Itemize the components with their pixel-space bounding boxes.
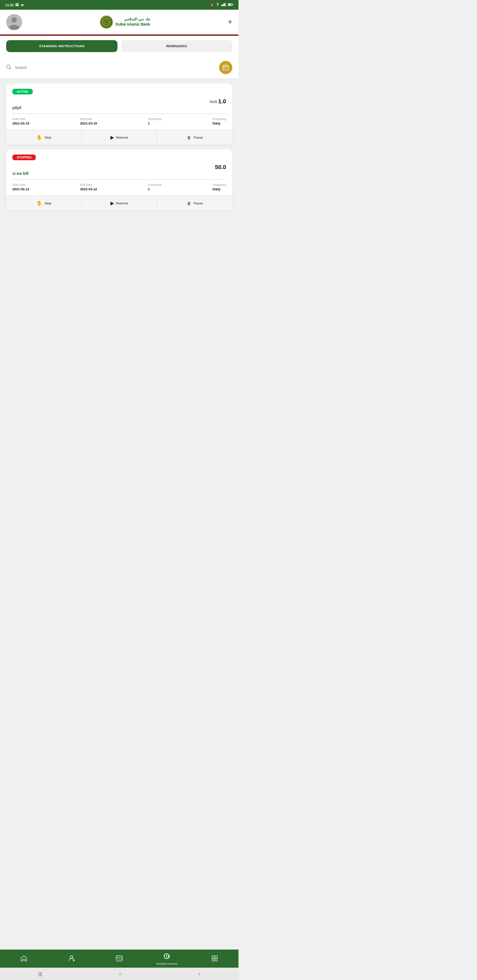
card-title-1: ydyd <box>12 106 226 110</box>
frequency-2: Frequency Daily <box>212 183 226 191</box>
amount-row-1: PKR 1.0 <box>12 98 226 105</box>
signal-icon <box>221 3 227 7</box>
svg-point-9 <box>11 17 17 23</box>
svg-rect-7 <box>228 4 231 5</box>
currency-1: PKR <box>209 100 217 104</box>
standing-instruction-card-1: ACTIVE PKR 1.0 ydyd Start Date 2021-03-1… <box>6 83 232 145</box>
card-meta-1: Start Date 2021-03-15 End Date 2021-03-1… <box>12 117 226 125</box>
card-1-body: ACTIVE PKR 1.0 ydyd Start Date 2021-03-1… <box>6 83 232 130</box>
card-meta-2: Start Date 2021-03-12 End Date 2021-03-1… <box>12 183 226 191</box>
occurrence-1: Occurance 1 <box>148 117 162 125</box>
search-input[interactable] <box>15 65 216 70</box>
pause-button-1[interactable]: ⏸ Pause <box>157 130 232 145</box>
card-actions-1: ✋ Stop ▶ Resume ⏸ Pause <box>6 130 232 145</box>
svg-line-13 <box>10 68 11 70</box>
divider-1 <box>12 113 226 114</box>
time-display: 11:32 <box>5 3 14 7</box>
photo-icon: 🖼 <box>15 3 19 7</box>
avatar <box>6 14 22 30</box>
tabs-container: STANDING INSTRUCTIONS REMINDERS <box>0 36 238 57</box>
stop-icon-1: ✋ <box>36 135 42 140</box>
frequency-1: Frequency Daily <box>212 117 226 125</box>
status-right: 🔇 <box>210 3 233 7</box>
divider-2 <box>12 179 226 180</box>
tab-standing-instructions[interactable]: STANDING INSTRUCTIONS <box>6 40 117 52</box>
resume-button-1[interactable]: ▶ Resume <box>82 130 157 145</box>
avatar-placeholder <box>6 14 22 30</box>
status-badge-stopped: STOPPED <box>12 155 36 160</box>
end-date-2: End Date 2021-03-12 <box>80 183 97 191</box>
stop-button-1[interactable]: ✋ Stop <box>6 130 82 145</box>
pause-button-2[interactable]: ⏸ Pause <box>157 196 232 211</box>
header: بنك دبي الإسلامي Dubai Islamic Bank + <box>0 10 238 36</box>
tab-reminders[interactable]: REMINDERS <box>121 40 232 52</box>
svg-point-12 <box>7 65 10 68</box>
start-date-1: Start Date 2021-03-15 <box>12 117 29 125</box>
add-button[interactable]: + <box>227 18 232 27</box>
stop-icon-2: ✋ <box>36 200 42 206</box>
resume-icon-2: ▶ <box>110 200 114 206</box>
occurrence-2: Occurance 1 <box>148 183 162 191</box>
end-date-1: End Date 2021-03-15 <box>80 117 97 125</box>
amount-row-2: 50.0 <box>12 164 226 170</box>
search-area <box>0 57 238 79</box>
cards-list: ACTIVE PKR 1.0 ydyd Start Date 2021-03-1… <box>0 79 238 215</box>
card-2-body: STOPPED 50.0 si ios bill Start Date 2021… <box>6 149 232 196</box>
bank-globe-icon <box>100 15 113 29</box>
status-left: 11:32 🖼 M <box>5 3 23 7</box>
standing-instruction-card-2: STOPPED 50.0 si ios bill Start Date 2021… <box>6 149 232 211</box>
svg-rect-6 <box>233 4 234 5</box>
search-icon <box>6 64 11 71</box>
battery-icon <box>228 3 233 7</box>
card-title-2: si ios bill <box>12 171 226 176</box>
svg-point-11 <box>102 18 110 26</box>
calendar-button[interactable] <box>219 61 232 74</box>
svg-rect-0 <box>221 5 222 6</box>
cards-area: ACTIVE PKR 1.0 ydyd Start Date 2021-03-1… <box>0 79 238 246</box>
stop-button-2[interactable]: ✋ Stop <box>6 196 82 211</box>
svg-rect-3 <box>225 3 226 7</box>
card-actions-2: ✋ Stop ▶ Resume ⏸ Pause <box>6 196 232 211</box>
amount-value-2: 50.0 <box>215 164 226 170</box>
start-date-2: Start Date 2021-03-12 <box>12 183 29 191</box>
resume-button-2[interactable]: ▶ Resume <box>82 196 157 211</box>
svg-rect-1 <box>223 4 223 7</box>
status-bar: 11:32 🖼 M 🔇 <box>0 0 238 10</box>
bank-logo-area: بنك دبي الإسلامي Dubai Islamic Bank <box>26 15 223 29</box>
svg-rect-14 <box>223 65 228 70</box>
mute-icon: 🔇 <box>210 3 214 7</box>
pause-icon-2: ⏸ <box>186 201 191 206</box>
svg-rect-2 <box>223 4 224 6</box>
pause-icon-1: ⏸ <box>186 135 191 140</box>
resume-icon-1: ▶ <box>110 135 114 140</box>
svg-rect-4 <box>226 5 227 6</box>
wifi-icon <box>216 3 220 7</box>
email-icon: M <box>21 3 23 7</box>
bank-name-text: بنك دبي الإسلامي Dubai Islamic Bank <box>116 17 150 26</box>
amount-value-1: 1.0 <box>218 98 226 105</box>
status-badge-active: ACTIVE <box>12 89 33 94</box>
